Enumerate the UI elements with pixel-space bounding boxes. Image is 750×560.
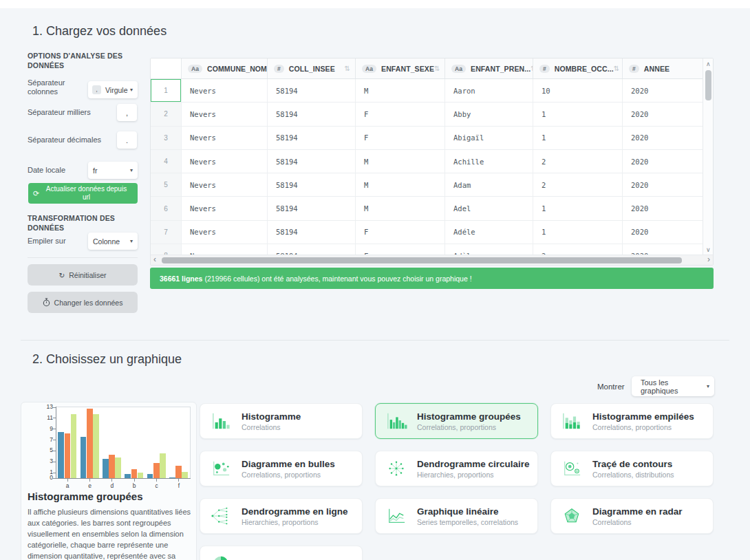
change-data-button[interactable]: Changer les données — [28, 292, 138, 313]
table-cell[interactable]: 58194 — [267, 197, 355, 219]
chart-type-card[interactable]: Traçé de contours Correlations, distribu… — [550, 451, 714, 486]
table-cell[interactable]: 1 — [533, 103, 622, 125]
table-cell[interactable]: F — [355, 127, 444, 149]
table-cell[interactable]: Nevers — [181, 127, 267, 149]
table-row[interactable]: 7Nevers58194FAdéle12020 — [151, 221, 704, 244]
table-row[interactable]: 1Nevers58194MAaron102020 — [151, 79, 704, 103]
table-cell[interactable]: 1 — [533, 127, 622, 149]
sep-milliers-input[interactable]: , — [117, 104, 137, 121]
table-cell[interactable]: Nevers — [181, 103, 267, 125]
table-row[interactable]: 4Nevers58194MAchille22020 — [151, 150, 704, 173]
sep-colonnes-select[interactable]: , Virgule ▾ — [88, 81, 138, 98]
table-cell[interactable]: Adam — [444, 173, 533, 196]
scroll-right-icon[interactable]: › — [707, 257, 710, 263]
table-cell[interactable]: M — [355, 173, 444, 196]
table-cell[interactable]: M — [355, 79, 444, 102]
table-cell[interactable]: F — [355, 103, 444, 125]
table-cell[interactable]: F — [355, 221, 444, 244]
table-cell[interactable]: 2020 — [622, 221, 704, 244]
table-cell[interactable]: M — [355, 150, 444, 173]
horizontal-scrollbar[interactable]: ‹ › — [151, 255, 713, 265]
row-number-cell[interactable]: 5 — [151, 173, 181, 196]
table-cell[interactable]: Nevers — [181, 221, 267, 244]
chart-type-card[interactable]: Histogramme Correlations — [200, 403, 363, 439]
row-number-cell[interactable]: 3 — [151, 127, 181, 149]
y-tick-label: 13 — [38, 403, 53, 410]
table-cell[interactable]: Abby — [444, 103, 533, 125]
table-cell[interactable]: M — [355, 197, 444, 219]
table-cell[interactable]: Adel — [444, 197, 533, 219]
preview-chart: 0135791113aedbcf — [56, 407, 191, 479]
table-column-header[interactable]: Aa ENFANT_PREN... ⇅ — [444, 58, 533, 78]
table-cell[interactable]: 2020 — [622, 79, 704, 102]
x-tick — [156, 479, 157, 482]
table-cell[interactable]: 2020 — [622, 103, 704, 125]
row-number-cell[interactable]: 1 — [151, 79, 181, 102]
table-column-header[interactable]: # NOMBRE_OCC... ⇅ — [533, 58, 622, 78]
table-cell[interactable]: 10 — [533, 79, 622, 102]
table-row[interactable]: 3Nevers58194FAbigaïl12020 — [151, 127, 704, 150]
table-cell[interactable]: Nevers — [181, 197, 267, 219]
sep-decimales-input[interactable]: . — [117, 131, 137, 149]
row-number-cell[interactable]: 2 — [151, 103, 181, 125]
table-cell[interactable]: 2020 — [622, 173, 704, 196]
table-column-header[interactable]: # ANNEE — [622, 58, 704, 78]
table-column-header[interactable]: # COLL_INSEE ⇅ — [267, 58, 355, 78]
table-column-header[interactable]: Aa ENFANT_SEXE ⇅ — [355, 58, 444, 78]
table-row[interactable]: 6Nevers58194MAdel12020 — [151, 197, 704, 220]
table-body: 1Nevers58194MAaron1020202Nevers58194FAbb… — [151, 79, 704, 256]
sort-icon[interactable]: ⇅ — [434, 65, 444, 72]
table-cell[interactable]: 58194 — [267, 173, 355, 196]
horizontal-scroll-thumb[interactable] — [162, 257, 682, 263]
row-number-cell[interactable]: 6 — [151, 197, 181, 219]
empiler-value: Colonne — [88, 237, 120, 246]
table-column-header[interactable]: Aa COMMUNE_NOM ⇅ — [181, 58, 267, 78]
chart-type-card[interactable]: Diagramme en bulles Correlations, propor… — [200, 451, 363, 486]
chart-filter-select[interactable]: Tous les graphiques ▾ — [632, 376, 714, 396]
reset-button[interactable]: ↻ Réinitialiser — [28, 264, 138, 286]
table-cell[interactable]: Aaron — [444, 79, 533, 102]
vertical-scrollbar[interactable]: ∧ ∨ — [703, 58, 713, 256]
table-cell[interactable]: 2 — [533, 150, 622, 173]
table-cell[interactable]: Nevers — [181, 150, 267, 173]
table-cell[interactable]: 1 — [533, 221, 622, 244]
row-number-cell[interactable]: 7 — [151, 221, 181, 244]
bar — [71, 414, 77, 478]
table-cell[interactable]: Achille — [444, 150, 533, 173]
chart-type-card[interactable]: Diagramme sunburst — [200, 546, 363, 560]
table-cell[interactable]: 58194 — [267, 79, 355, 102]
table-cell[interactable]: Abigaïl — [444, 127, 533, 149]
table-row[interactable]: 5Nevers58194MAdam22020 — [151, 173, 704, 197]
table-cell[interactable]: 58194 — [267, 150, 355, 173]
sort-icon[interactable]: ⇅ — [345, 65, 355, 72]
table-cell[interactable]: 2 — [533, 173, 622, 196]
date-locale-select[interactable]: fr ▾ — [88, 162, 138, 179]
table-row[interactable]: 2Nevers58194FAbby12020 — [151, 103, 704, 126]
chart-type-card[interactable]: Dendrogramme circulaire Hierarchies, pro… — [375, 451, 538, 486]
chart-type-card[interactable]: Dendrogramme en ligne Hierarchies, propo… — [200, 498, 363, 534]
empiler-select[interactable]: Colonne ▾ — [88, 233, 138, 250]
empiler-label: Empiler sur — [28, 237, 66, 246]
chart-type-card[interactable]: Histogramme empilées Correlations, propo… — [550, 403, 714, 439]
chart-type-card[interactable]: Histogramme groupées Correlations, propo… — [375, 403, 538, 439]
table-cell[interactable]: 58194 — [267, 127, 355, 149]
table-cell[interactable]: Nevers — [181, 173, 267, 196]
refresh-url-button[interactable]: ⟳ Actualiser données depuis url — [28, 183, 138, 204]
scroll-left-icon[interactable]: ‹ — [153, 257, 156, 263]
row-number-cell[interactable]: 4 — [151, 150, 181, 173]
table-cell[interactable]: Adéle — [444, 221, 533, 244]
scroll-down-icon[interactable]: ∨ — [706, 247, 711, 253]
chart-type-card[interactable]: Diagramme en radar Correlations — [550, 498, 714, 534]
table-cell[interactable]: Nevers — [181, 79, 267, 102]
bar — [115, 457, 121, 478]
table-cell[interactable]: 58194 — [267, 221, 355, 244]
table-cell[interactable]: 1 — [533, 197, 622, 219]
reset-icon: ↻ — [58, 271, 65, 279]
table-cell[interactable]: 58194 — [267, 103, 355, 125]
table-cell[interactable]: 2020 — [622, 197, 704, 219]
scroll-up-icon[interactable]: ∧ — [706, 61, 711, 67]
table-cell[interactable]: 2020 — [622, 127, 704, 149]
vertical-scroll-thumb[interactable] — [705, 70, 711, 100]
chart-type-card[interactable]: Graphique linéaire Series temporelles, c… — [375, 498, 538, 534]
table-cell[interactable]: 2020 — [622, 150, 704, 173]
